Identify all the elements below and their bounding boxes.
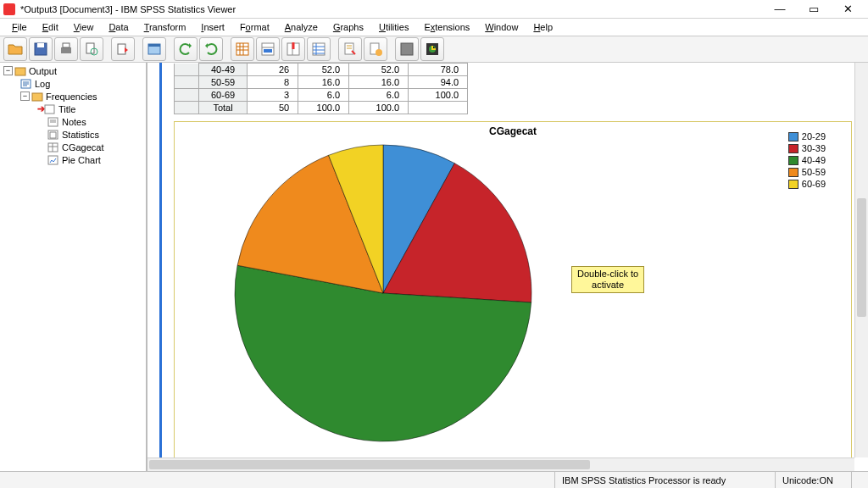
svg-rect-17 (401, 43, 413, 55)
menu-help[interactable]: Help (526, 20, 559, 34)
tree-statistics[interactable]: Statistics (0, 128, 146, 141)
log-icon (20, 79, 32, 89)
tree-frequencies-label: Frequencies (46, 92, 97, 102)
table-row[interactable]: Total 50 100.0 100.0 (175, 102, 468, 114)
goto-variable-icon[interactable] (281, 37, 305, 61)
variables-icon[interactable] (307, 37, 331, 61)
collapse-icon[interactable]: − (20, 92, 30, 101)
scrollbar-thumb[interactable] (857, 198, 866, 317)
chart-title: CGagecat (489, 125, 537, 137)
svg-rect-1 (37, 43, 44, 47)
tree-title-label: Title (58, 104, 75, 114)
table-row[interactable]: 50-59 8 16.0 16.0 94.0 (175, 76, 468, 89)
goto-data-icon[interactable] (231, 37, 254, 61)
tree-output[interactable]: − Output (0, 64, 146, 77)
tree-log[interactable]: Log (0, 77, 146, 90)
svg-rect-20 (15, 68, 25, 75)
vertical-scrollbar[interactable] (854, 63, 868, 458)
frequency-table[interactable]: 40-49 26 52.0 52.0 78.0 50-59 8 16.0 16.… (174, 63, 468, 114)
menu-transform[interactable]: Transform (137, 20, 193, 34)
tree-cgagecat[interactable]: CGagecat (0, 141, 146, 153)
menu-edit[interactable]: Edit (36, 20, 65, 34)
tree-notes[interactable]: Notes (0, 115, 146, 128)
goto-case-icon[interactable] (256, 37, 280, 61)
menu-utilities[interactable]: Utilities (372, 20, 415, 34)
legend-item: 40-49 (788, 154, 826, 166)
tree-title[interactable]: ➔ Title (0, 103, 146, 115)
save-icon[interactable] (29, 37, 53, 61)
menu-extensions[interactable]: Extensions (417, 20, 476, 34)
tree-pie-chart[interactable]: Pie Chart (0, 153, 146, 166)
menu-graphs[interactable]: Graphs (326, 20, 370, 34)
designate-window-icon[interactable] (395, 37, 419, 61)
output-folder-icon (14, 66, 26, 76)
svg-rect-6 (118, 44, 125, 54)
print-icon[interactable] (54, 37, 78, 61)
legend-item: 30-39 (788, 142, 826, 154)
status-spacer (851, 472, 868, 488)
folder-icon (31, 92, 43, 102)
legend-item: 60-69 (788, 178, 826, 190)
svg-rect-8 (148, 44, 160, 47)
undo-icon[interactable] (174, 37, 198, 61)
tree-statistics-label: Statistics (62, 130, 99, 140)
title-icon (44, 104, 56, 114)
print-preview-icon[interactable] (80, 37, 103, 61)
status-unicode: Unicode:ON (775, 472, 851, 488)
tree-pie-chart-label: Pie Chart (62, 155, 101, 165)
content-pane: 40-49 26 52.0 52.0 78.0 50-59 8 16.0 16.… (147, 63, 868, 471)
menu-format[interactable]: Format (233, 20, 276, 34)
menu-insert[interactable]: Insert (194, 20, 231, 34)
table-icon (47, 142, 59, 152)
table-row[interactable]: 40-49 26 52.0 52.0 78.0 (175, 64, 468, 76)
scrollbar-thumb[interactable] (149, 460, 590, 469)
svg-rect-23 (45, 105, 54, 114)
menu-window[interactable]: Window (478, 20, 525, 34)
svg-rect-11 (264, 49, 272, 53)
workspace: − Output Log − Frequencies ➔ Title Notes… (0, 63, 868, 471)
pie-chart-object[interactable]: CGagecat 20-29 30-39 40-49 50-59 60-69 (174, 121, 852, 460)
current-marker-icon: ➔ (37, 103, 44, 114)
horizontal-scrollbar[interactable] (147, 458, 854, 471)
menu-analyze[interactable]: Analyze (278, 20, 325, 34)
run-pending-icon[interactable] (364, 37, 387, 61)
toolbar (0, 36, 868, 63)
svg-rect-9 (236, 43, 248, 55)
app-icon (3, 3, 15, 15)
svg-rect-27 (48, 156, 58, 164)
select-last-icon[interactable] (338, 37, 362, 61)
statistics-icon (47, 130, 59, 140)
tree-cgagecat-label: CGagecat (62, 142, 104, 152)
recall-dialog-icon[interactable] (142, 37, 166, 61)
tree-output-label: Output (29, 66, 57, 76)
menu-file[interactable]: File (5, 20, 34, 34)
close-button[interactable]: ✕ (831, 1, 865, 18)
minimize-button[interactable]: — (763, 1, 797, 18)
chart-icon (47, 155, 59, 165)
create-graph-icon[interactable] (420, 37, 444, 61)
export-icon[interactable] (111, 37, 135, 61)
outline-pane[interactable]: − Output Log − Frequencies ➔ Title Notes… (0, 63, 147, 471)
menu-data[interactable]: Data (102, 20, 135, 34)
tree-frequencies[interactable]: − Frequencies (0, 90, 146, 103)
legend-item: 50-59 (788, 166, 826, 178)
pie-chart-canvas (231, 141, 536, 447)
window-title: *Output3 [Document3] - IBM SPSS Statisti… (20, 4, 763, 14)
maximize-button[interactable]: ▭ (797, 1, 831, 18)
menu-view[interactable]: View (67, 20, 101, 34)
tree-log-label: Log (35, 79, 50, 89)
redo-icon[interactable] (199, 37, 223, 61)
menubar: File Edit View Data Transform Insert For… (0, 19, 868, 36)
svg-rect-2 (61, 47, 71, 53)
legend-item: 20-29 (788, 130, 826, 142)
titlebar: *Output3 [Document3] - IBM SPSS Statisti… (0, 0, 868, 19)
svg-point-16 (376, 49, 382, 56)
open-icon[interactable] (3, 37, 27, 61)
table-row[interactable]: 60-69 3 6.0 6.0 100.0 (175, 89, 468, 102)
collapse-icon[interactable]: − (3, 66, 13, 75)
svg-rect-22 (32, 93, 42, 101)
tree-notes-label: Notes (62, 117, 86, 127)
activate-tooltip: Double-click toactivate (571, 266, 644, 293)
statusbar: IBM SPSS Statistics Processor is ready U… (0, 471, 868, 488)
notes-icon (47, 117, 59, 127)
